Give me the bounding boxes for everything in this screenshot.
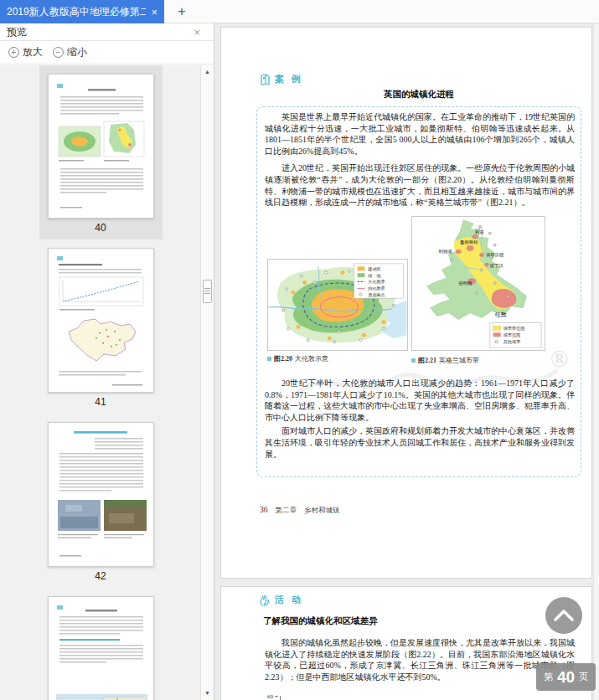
page-footer: 36 第二章 乡村和城镇 [260,506,340,516]
thumbnail-page-number: 40 [39,219,163,239]
case-icon [259,74,271,85]
page-indicator-badge: 第 40 页 [536,663,596,691]
map-london-legend: 建成区 绿 地 大伦敦界 内伦敦界 原居民点 [354,264,404,298]
zoom-out-button[interactable]: − 缩小 [53,45,87,59]
tab-close-icon[interactable]: × [151,6,157,18]
zoom-in-icon: + [8,47,19,58]
case-paragraphs-bottom: 20世纪下半叶，大伦敦的城市人口出现减少的趋势：1961—1971年人口减少了0… [265,378,575,460]
svg-text:诺丁汉: 诺丁汉 [489,263,504,269]
axis-line [280,696,281,700]
axis-tick-mark [275,696,278,697]
scrollbar-up-arrow-icon[interactable]: ▲ [201,66,214,78]
map-england-belt: 利兹 曼彻斯特 利物浦 设菲尔德 诺丁汉 伯明翰 伦敦 城市带范围 城市范围 [411,216,545,351]
screen: { "browser": { "tab_title": "2019新人教版高中地… [0,0,599,700]
svg-text:伯明翰: 伯明翰 [458,281,472,286]
browser-tab[interactable]: 2019新人教版高中地理必修第二 × [0,0,164,23]
paragraph: 进入20世纪，英国开始出现迁往郊区居住的现象。一些原先位于伦敦周围的小城镇逐渐被… [265,162,575,208]
footer-page-number: 36 [260,506,268,514]
document-page-36: 案 例 英国的城镇化进程 英国是世界上最早开始近代城镇化的国家。在工业革命的推动… [220,27,592,579]
svg-text:设菲尔德: 设菲尔德 [486,252,504,258]
thumbnail-page-40[interactable]: 40 [39,65,163,239]
scrollbar-down-arrow-icon[interactable]: ▼ [201,687,214,699]
zoom-out-icon: − [53,47,64,58]
svg-text:大伦敦界: 大伦敦界 [368,279,385,285]
page-indicator-number: 40 [557,668,575,687]
thumbnail-list: 40 [0,65,201,700]
svg-text:原居民点: 原居民点 [368,292,385,297]
svg-text:曼彻斯特: 曼彻斯特 [460,239,478,245]
svg-text:城市带范围: 城市带范围 [503,326,525,332]
paragraph: 面对城市人口的减少，英国政府和规划师着力开发大城市的中心衰落区，并改善其生活环境… [265,425,575,460]
browser-tab-bar: 2019新人教版高中地理必修第二 × + [0,0,599,23]
paragraph: 英国是世界上最早开始近代城镇化的国家。在工业革命的推动下，19世纪英国的城镇化进… [265,111,575,157]
svg-text:其他城市: 其他城市 [503,339,521,345]
activity-header: 活 动 [259,594,303,606]
preview-close-icon[interactable]: × [194,26,207,39]
thumbnail-image-43 [48,596,154,700]
thumbnail-page-number: 42 [39,567,163,588]
svg-text:城市范围: 城市范围 [503,332,521,338]
activity-icon [259,594,271,606]
svg-text:利物浦: 利物浦 [439,249,452,255]
document-viewport[interactable]: 案 例 英国的城镇化进程 英国是世界上最早开始近代城镇化的国家。在工业革命的推动… [214,23,599,700]
svg-text:建成区: 建成区 [367,266,380,272]
axis-tick-label: 60 [267,693,273,700]
preview-title: 预览 [7,25,27,39]
footer-section: 乡村和城镇 [304,506,340,516]
scrollbar-handle[interactable] [203,280,212,303]
svg-text:内伦敦界: 内伦敦界 [368,286,385,291]
zoom-out-label: 缩小 [67,45,87,59]
caption-square-icon [267,357,271,361]
back-to-top-button[interactable] [545,597,582,634]
paragraph: 20世纪下半叶，大伦敦的城市人口出现减少的趋势：1961—1971年人口减少了0… [265,378,575,423]
thumbnail-page-number: 41 [39,393,163,414]
thumbnail-image-42 [48,422,154,567]
case-paragraphs-top: 英国是世界上最早开始近代城镇化的国家。在工业革命的推动下，19世纪英国的城镇化进… [265,111,575,208]
map-greater-london-figure: 建成区 绿 地 大伦敦界 内伦敦界 原居民点 [268,260,407,350]
preview-header: 预览 × [0,23,214,41]
activity-paragraphs: 我国的城镇化虽然起步较晚，但是发展速度很快，尤其是改革开放以来，我国城镇化进入了… [265,637,575,682]
new-tab-button[interactable]: + [173,3,191,21]
thumbnail-scrollbar[interactable]: ▲ ▼ [200,65,214,700]
thumbnail-art-42 [49,423,154,567]
paragraph: 我国的城镇化虽然起步较晚，但是发展速度很快，尤其是改革开放以来，我国城镇化进入了… [265,637,575,682]
svg-text:绿 地: 绿 地 [368,273,380,278]
app-window: 预览 × + 放大 − 缩小 [0,23,599,700]
activity-heading: 了解我国的城镇化和区域差异 [263,615,378,627]
document-scrollbar[interactable] [593,23,599,700]
page-indicator-suffix: 页 [579,671,588,683]
thumbnail-image-41 [48,248,154,393]
tab-title: 2019新人教版高中地理必修第二 [7,5,146,19]
chart-axis-start: 60 [267,691,281,700]
footer-chapter: 第二章 [276,506,297,516]
svg-text:利兹: 利兹 [475,229,484,235]
map-england-legend: 城市带范围 城市范围 其他城市 [490,322,541,347]
watermark-registered-icon: ® [550,346,568,373]
thumbnail-page-42[interactable]: 42 [39,414,163,588]
thumbnail-page-43[interactable] [39,588,163,700]
zoom-in-label: 放大 [23,45,43,59]
map-england-belt-figure: 利兹 曼彻斯特 利物浦 设菲尔德 诺丁汉 伯明翰 伦敦 城市带范围 城市范围 [412,217,545,350]
thumbnail-art-41 [49,249,154,393]
case-header: 案 例 [259,73,303,85]
activity-label: 活 动 [275,594,303,606]
thumbnail-image-40 [48,74,154,219]
preview-panel: 预览 × + 放大 − 缩小 [0,23,214,700]
preview-toolbar: + 放大 − 缩小 [0,41,214,64]
zoom-in-button[interactable]: + 放大 [8,45,43,59]
thumbnail-art-40 [49,75,154,219]
svg-text:伦敦: 伦敦 [495,311,507,318]
page-indicator-prefix: 第 [544,671,553,683]
map-greater-london: 建成区 绿 地 大伦敦界 内伦敦界 原居民点 [267,259,408,351]
thumbnail-page-41[interactable]: 41 [39,239,163,414]
case-label: 案 例 [275,73,303,85]
thumbnail-art-43 [49,597,154,700]
scrollbar-grip [204,288,210,289]
case-title: 英国的城镇化进程 [256,89,581,100]
chevron-up-icon [553,609,575,622]
